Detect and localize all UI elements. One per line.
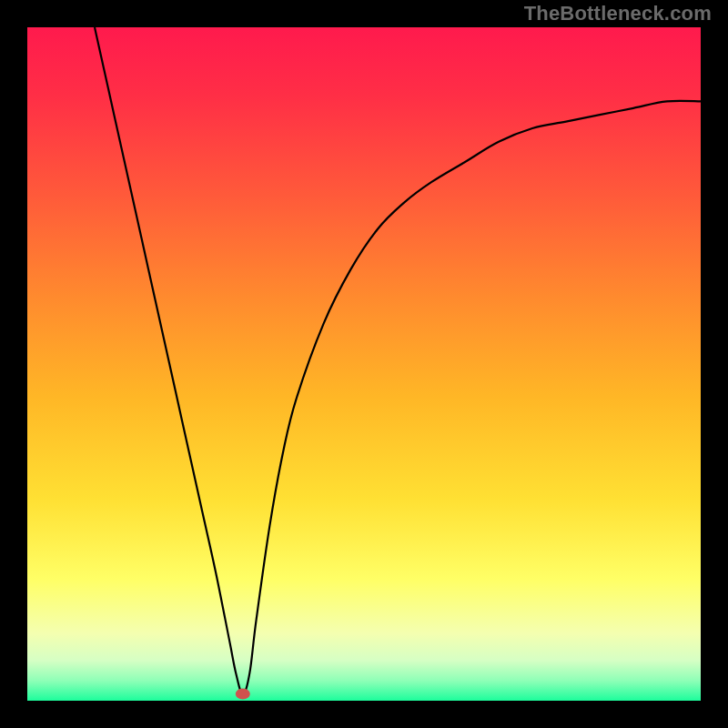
watermark-text: TheBottleneck.com: [524, 2, 712, 25]
svg-point-1: [236, 689, 250, 700]
plot-area: [27, 27, 701, 701]
chart-frame: TheBottleneck.com: [0, 0, 728, 728]
minimum-dot: [27, 27, 701, 701]
